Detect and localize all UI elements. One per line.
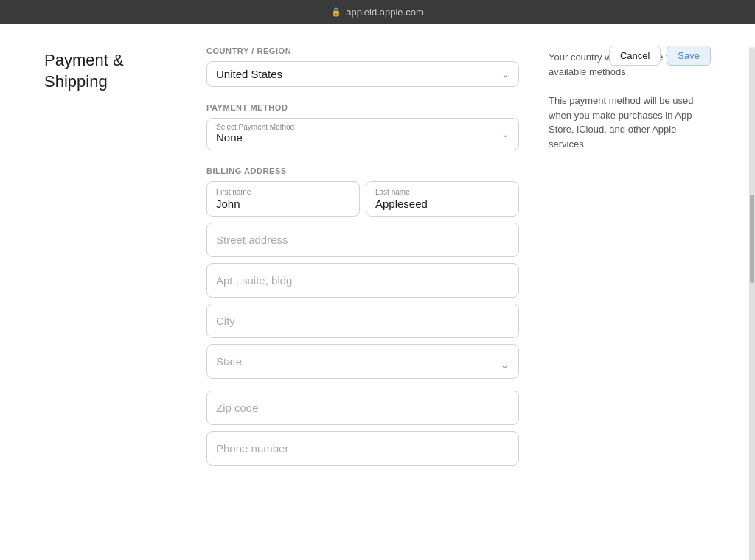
- billing-section-label: BILLING ADDRESS: [206, 167, 519, 175]
- state-wrapper: State ⌄: [206, 344, 519, 385]
- payment-section-label: PAYMENT METHOD: [206, 103, 519, 112]
- first-name-label: First name: [216, 188, 350, 196]
- content-area: Payment & Shipping COUNTRY / REGION Unit…: [0, 24, 755, 504]
- payment-method-inner: Select Payment Method None: [216, 123, 294, 144]
- name-row: First name John Last name Appleseed: [206, 181, 519, 217]
- scrollbar[interactable]: [749, 47, 755, 560]
- last-name-field[interactable]: Last name Appleseed: [366, 181, 519, 217]
- phone-number-input[interactable]: [206, 431, 519, 466]
- payment-chevron-icon: ⌄: [501, 128, 509, 139]
- zip-code-input[interactable]: [206, 391, 519, 425]
- url-bar: appleid.apple.com: [346, 7, 424, 18]
- first-name-field[interactable]: First name John: [206, 181, 360, 217]
- payment-method-select[interactable]: Select Payment Method None ⌄: [206, 118, 519, 150]
- payment-method-group: PAYMENT METHOD Select Payment Method Non…: [206, 103, 519, 150]
- street-address-input[interactable]: [206, 223, 519, 257]
- sidebar: Payment & Shipping: [44, 46, 177, 482]
- form-area: COUNTRY / REGION United States ⌄ PAYMENT…: [206, 46, 519, 482]
- country-select[interactable]: United States ⌄: [206, 61, 519, 87]
- country-section-label: COUNTRY / REGION: [206, 46, 519, 55]
- info-area: Your country will determine your availab…: [549, 46, 711, 482]
- country-value: United States ⌄: [216, 68, 509, 80]
- apt-suite-input[interactable]: [206, 263, 519, 298]
- action-buttons: Cancel Save: [609, 46, 711, 66]
- city-input[interactable]: [206, 304, 519, 338]
- last-name-value: Appleseed: [375, 197, 509, 210]
- page-container: Payment & Shipping COUNTRY / REGION Unit…: [0, 24, 755, 560]
- lock-icon: 🔒: [331, 7, 341, 17]
- payment-method-placeholder-label: Select Payment Method: [216, 123, 294, 131]
- scrollbar-thumb[interactable]: [750, 195, 754, 283]
- page-title: Payment & Shipping: [44, 50, 177, 92]
- browser-toolbar: 🔒 appleid.apple.com: [0, 0, 755, 24]
- country-chevron-icon: ⌄: [501, 69, 509, 80]
- last-name-label: Last name: [375, 188, 509, 196]
- state-select[interactable]: State: [206, 344, 519, 379]
- save-button[interactable]: Save: [667, 46, 711, 66]
- payment-method-value: None: [216, 131, 294, 144]
- payment-info-text: This payment method will be used when yo…: [549, 94, 711, 151]
- country-region-group: COUNTRY / REGION United States ⌄: [206, 46, 519, 87]
- cancel-button[interactable]: Cancel: [609, 46, 661, 66]
- billing-address-group: BILLING ADDRESS First name John Last nam…: [206, 167, 519, 466]
- first-name-value: John: [216, 197, 350, 210]
